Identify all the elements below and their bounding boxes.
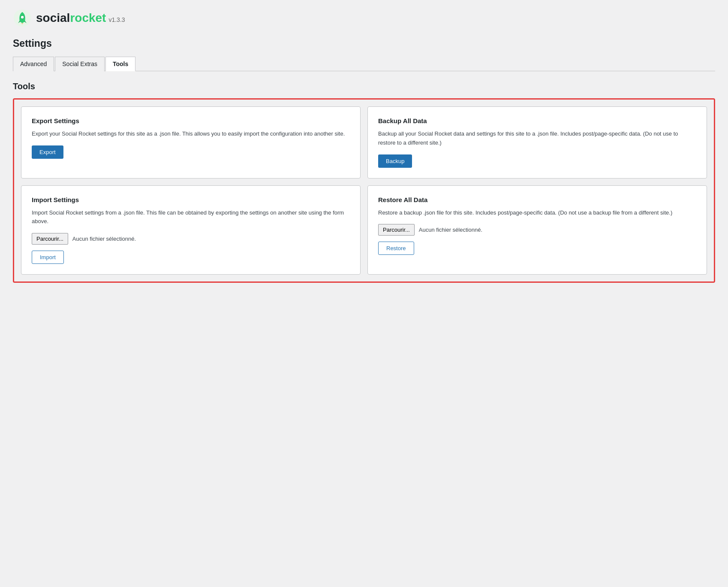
import-no-file-label: Aucun fichier sélectionné. [72,236,136,242]
export-settings-title: Export Settings [32,117,350,124]
import-settings-title: Import Settings [32,196,350,203]
backup-all-data-title: Backup All Data [378,117,696,124]
tools-section-title: Tools [13,82,715,91]
backup-all-data-desc: Backup all your Social Rocket data and s… [378,130,696,148]
restore-all-data-title: Restore All Data [378,196,696,203]
import-file-browse-button[interactable]: Parcourir... [32,233,68,245]
import-button[interactable]: Import [32,251,64,264]
restore-no-file-label: Aucun fichier sélectionné. [419,227,482,233]
logo-social-text: social [36,11,70,24]
tabs-nav: Advanced Social Extras Tools [13,56,715,71]
export-settings-card: Export Settings Export your Social Rocke… [21,106,361,179]
tab-social-extras[interactable]: Social Extras [55,57,105,71]
export-button[interactable]: Export [32,145,63,159]
backup-all-data-card: Backup All Data Backup all your Social R… [367,106,707,179]
tools-grid-wrapper: Export Settings Export your Social Rocke… [13,98,715,283]
restore-file-input-row: Parcourir... Aucun fichier sélectionné. [378,224,696,236]
header: socialrocketv1.3.3 [13,9,715,27]
rocket-logo-icon [13,9,32,27]
tools-grid: Export Settings Export your Social Rocke… [21,106,707,275]
logo-version: v1.3.3 [108,16,125,23]
import-settings-card: Import Settings Import Social Rocket set… [21,185,361,275]
import-settings-desc: Import Social Rocket settings from a .js… [32,209,350,227]
restore-file-browse-button[interactable]: Parcourir... [378,224,415,236]
page-title: Settings [13,38,715,49]
import-file-input-row: Parcourir... Aucun fichier sélectionné. [32,233,350,245]
restore-all-data-card: Restore All Data Restore a backup .json … [367,185,707,275]
tab-advanced[interactable]: Advanced [13,57,54,71]
restore-button[interactable]: Restore [378,242,414,255]
backup-button[interactable]: Backup [378,154,412,168]
restore-all-data-desc: Restore a backup .json file for this sit… [378,209,696,218]
tab-tools[interactable]: Tools [105,57,135,71]
export-settings-desc: Export your Social Rocket settings for t… [32,130,350,139]
svg-point-1 [21,15,24,19]
logo-rocket-text: rocket [70,11,106,24]
